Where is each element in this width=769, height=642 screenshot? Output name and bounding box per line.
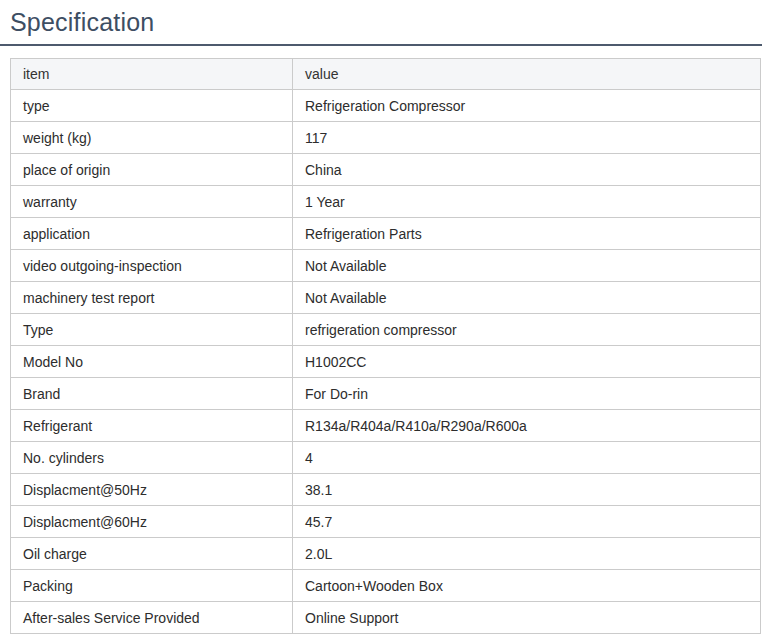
item-cell: machinery test report bbox=[11, 282, 293, 314]
item-cell: Model No bbox=[11, 346, 293, 378]
item-cell: Displacment@50Hz bbox=[11, 474, 293, 506]
table-row: Packing Cartoon+Wooden Box bbox=[11, 570, 761, 602]
column-header-value: value bbox=[293, 59, 761, 90]
page-title: Specification bbox=[0, 0, 769, 38]
value-cell: 117 bbox=[293, 122, 761, 154]
table-header-row: item value bbox=[11, 59, 761, 90]
table-row: place of origin China bbox=[11, 154, 761, 186]
specification-section: Specification item value type Refrigerat… bbox=[0, 0, 769, 634]
table-row: Brand For Do-rin bbox=[11, 378, 761, 410]
table-row: warranty 1 Year bbox=[11, 186, 761, 218]
value-cell: 1 Year bbox=[293, 186, 761, 218]
value-cell: Refrigeration Parts bbox=[293, 218, 761, 250]
table-row: application Refrigeration Parts bbox=[11, 218, 761, 250]
value-cell: 45.7 bbox=[293, 506, 761, 538]
table-row: After-sales Service Provided Online Supp… bbox=[11, 602, 761, 634]
table-row: Displacment@50Hz 38.1 bbox=[11, 474, 761, 506]
item-cell: Oil charge bbox=[11, 538, 293, 570]
item-cell: Type bbox=[11, 314, 293, 346]
table-row: type Refrigeration Compressor bbox=[11, 90, 761, 122]
value-cell: China bbox=[293, 154, 761, 186]
item-cell: warranty bbox=[11, 186, 293, 218]
item-cell: application bbox=[11, 218, 293, 250]
item-cell: No. cylinders bbox=[11, 442, 293, 474]
column-header-item: item bbox=[11, 59, 293, 90]
value-cell: Cartoon+Wooden Box bbox=[293, 570, 761, 602]
item-cell: Packing bbox=[11, 570, 293, 602]
table-row: Type refrigeration compressor bbox=[11, 314, 761, 346]
table-row: No. cylinders 4 bbox=[11, 442, 761, 474]
table-row: Displacment@60Hz 45.7 bbox=[11, 506, 761, 538]
item-cell: place of origin bbox=[11, 154, 293, 186]
table-row: video outgoing-inspection Not Available bbox=[11, 250, 761, 282]
item-cell: type bbox=[11, 90, 293, 122]
table-row: Model No H1002CC bbox=[11, 346, 761, 378]
value-cell: Not Available bbox=[293, 282, 761, 314]
value-cell: Online Support bbox=[293, 602, 761, 634]
title-divider bbox=[0, 44, 762, 46]
table-row: Refrigerant R134a/R404a/R410a/R290a/R600… bbox=[11, 410, 761, 442]
value-cell: 38.1 bbox=[293, 474, 761, 506]
value-cell: Refrigeration Compressor bbox=[293, 90, 761, 122]
table-row: Oil charge 2.0L bbox=[11, 538, 761, 570]
value-cell: 4 bbox=[293, 442, 761, 474]
item-cell: Refrigerant bbox=[11, 410, 293, 442]
value-cell: refrigeration compressor bbox=[293, 314, 761, 346]
table-row: weight (kg) 117 bbox=[11, 122, 761, 154]
specification-table: item value type Refrigeration Compressor… bbox=[10, 58, 761, 634]
value-cell: Not Available bbox=[293, 250, 761, 282]
item-cell: Displacment@60Hz bbox=[11, 506, 293, 538]
value-cell: For Do-rin bbox=[293, 378, 761, 410]
value-cell: H1002CC bbox=[293, 346, 761, 378]
item-cell: weight (kg) bbox=[11, 122, 293, 154]
value-cell: R134a/R404a/R410a/R290a/R600a bbox=[293, 410, 761, 442]
value-cell: 2.0L bbox=[293, 538, 761, 570]
table-body: type Refrigeration Compressor weight (kg… bbox=[11, 90, 761, 634]
table-row: machinery test report Not Available bbox=[11, 282, 761, 314]
item-cell: video outgoing-inspection bbox=[11, 250, 293, 282]
item-cell: After-sales Service Provided bbox=[11, 602, 293, 634]
item-cell: Brand bbox=[11, 378, 293, 410]
